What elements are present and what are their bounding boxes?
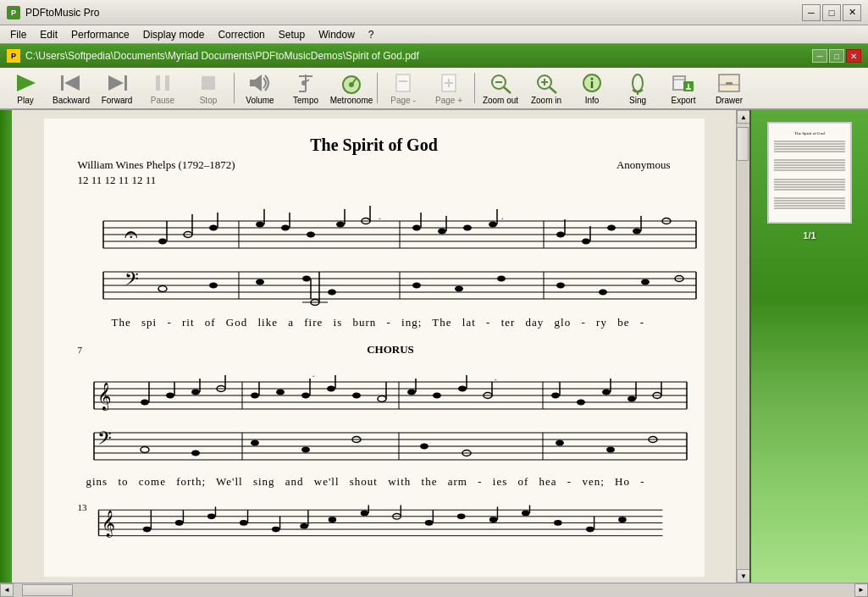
minimize-button[interactable]: ─ bbox=[802, 4, 821, 21]
inner-title-bar: P C:\Users\Softpedia\Documents\Myriad Do… bbox=[0, 44, 868, 68]
drawer-icon bbox=[716, 71, 743, 95]
pause-button[interactable]: Pause bbox=[141, 69, 185, 107]
svg-text:𝄞: 𝄞 bbox=[97, 382, 112, 412]
measure-number-7: 7 bbox=[78, 345, 83, 355]
forward-label: Forward bbox=[102, 96, 133, 105]
chorus-label: CHORUS bbox=[86, 343, 695, 357]
tempo-button[interactable]: Tempo bbox=[284, 69, 328, 107]
svg-point-97 bbox=[209, 283, 218, 289]
svg-text:.: . bbox=[312, 369, 315, 379]
svg-line-23 bbox=[504, 87, 511, 93]
volume-button[interactable]: Volume bbox=[238, 69, 282, 107]
svg-point-96 bbox=[158, 286, 167, 292]
svg-point-193 bbox=[240, 520, 248, 526]
stop-button[interactable]: Stop bbox=[186, 69, 230, 107]
inner-close-button[interactable]: ✕ bbox=[846, 49, 861, 63]
zoom-in-icon-area bbox=[533, 71, 560, 95]
svg-point-211 bbox=[554, 520, 562, 526]
page-prev-button[interactable]: Page - bbox=[381, 69, 425, 107]
info-icon bbox=[578, 71, 605, 95]
svg-point-79 bbox=[412, 225, 421, 231]
stop-icon-area bbox=[195, 71, 222, 95]
svg-point-71 bbox=[281, 225, 290, 231]
svg-point-105 bbox=[412, 283, 421, 289]
export-button[interactable]: Export bbox=[661, 69, 705, 107]
composer: William Wines Phelps (1792–1872) bbox=[78, 158, 235, 172]
menu-file[interactable]: File bbox=[3, 27, 33, 42]
scroll-thumb-v[interactable] bbox=[737, 127, 749, 161]
svg-point-91 bbox=[607, 225, 616, 231]
page-meter: 12 11 12 11 12 11 bbox=[78, 174, 671, 187]
left-border bbox=[0, 110, 12, 583]
toolbar-separator-2 bbox=[377, 73, 378, 103]
sing-icon bbox=[624, 71, 651, 95]
svg-point-163 bbox=[577, 400, 585, 406]
thumbnail-box[interactable]: The Spirit of God bbox=[767, 122, 852, 224]
svg-point-166 bbox=[628, 396, 636, 402]
page-next-button[interactable]: Page + bbox=[427, 69, 471, 107]
scroll-up-button[interactable]: ▲ bbox=[737, 110, 750, 124]
document-area[interactable]: The Spirit of God William Wines Phelps (… bbox=[12, 110, 736, 583]
measure-number-13: 13 bbox=[78, 502, 87, 512]
music-staff-1: 𝄐 . bbox=[78, 196, 671, 309]
backward-button[interactable]: Backward bbox=[49, 69, 93, 107]
drawer-button[interactable]: Drawer bbox=[707, 69, 751, 107]
inner-maximize-button[interactable]: □ bbox=[829, 49, 844, 63]
scroll-track-v[interactable] bbox=[737, 124, 749, 569]
zoom-out-button[interactable]: Zoom out bbox=[478, 69, 522, 107]
play-button[interactable]: Play bbox=[3, 69, 47, 107]
svg-point-144 bbox=[276, 390, 285, 395]
menu-window[interactable]: Window bbox=[312, 27, 362, 42]
export-icon-area bbox=[670, 71, 697, 95]
vertical-scrollbar[interactable]: ▲ ▼ bbox=[736, 110, 749, 583]
svg-point-81 bbox=[438, 229, 446, 235]
svg-rect-7 bbox=[202, 76, 215, 90]
svg-text:𝄢: 𝄢 bbox=[97, 428, 112, 453]
svg-point-89 bbox=[582, 239, 590, 245]
menu-help[interactable]: ? bbox=[362, 27, 381, 42]
svg-rect-215 bbox=[770, 124, 849, 221]
menu-setup[interactable]: Setup bbox=[272, 27, 312, 42]
svg-point-83 bbox=[463, 225, 472, 231]
pause-label: Pause bbox=[151, 96, 174, 105]
inner-minimize-button[interactable]: ─ bbox=[812, 49, 827, 63]
drawer-label: Drawer bbox=[716, 96, 743, 105]
forward-button[interactable]: Forward bbox=[95, 69, 139, 107]
page-indicator: 1/1 bbox=[803, 230, 815, 240]
svg-point-101 bbox=[328, 290, 336, 296]
svg-text:.: . bbox=[495, 373, 497, 382]
metronome-label: Metronome bbox=[330, 96, 373, 105]
svg-point-178 bbox=[606, 447, 615, 453]
scroll-thumb-h[interactable] bbox=[22, 584, 73, 596]
page-next-icon bbox=[435, 71, 462, 95]
svg-point-214 bbox=[618, 517, 627, 522]
maximize-button[interactable]: □ bbox=[822, 4, 841, 21]
metronome-button[interactable]: Metronome bbox=[329, 69, 373, 107]
zoom-out-label: Zoom out bbox=[483, 96, 518, 105]
svg-point-212 bbox=[586, 527, 594, 533]
scroll-left-button[interactable]: ◄ bbox=[0, 583, 14, 597]
svg-point-63 bbox=[158, 239, 167, 245]
svg-point-67 bbox=[209, 225, 218, 231]
menu-performance[interactable]: Performance bbox=[64, 27, 136, 42]
menu-edit[interactable]: Edit bbox=[33, 27, 64, 42]
sing-button[interactable]: Sing bbox=[616, 69, 660, 107]
metronome-icon bbox=[338, 71, 365, 95]
scroll-right-button[interactable]: ► bbox=[854, 583, 868, 597]
toolbar: Play Backward Forward Pause bbox=[0, 68, 868, 110]
close-button[interactable]: ✕ bbox=[843, 4, 861, 21]
music-notation-chorus: 𝄞 𝄢 bbox=[86, 358, 695, 468]
horizontal-scrollbar[interactable]: ◄ ► bbox=[0, 583, 868, 596]
scroll-track-h[interactable] bbox=[14, 583, 854, 597]
document-page: The Spirit of God William Wines Phelps (… bbox=[44, 119, 705, 577]
menu-correction[interactable]: Correction bbox=[211, 27, 271, 42]
menu-display-mode[interactable]: Display mode bbox=[136, 27, 212, 42]
page-prev-icon bbox=[390, 71, 417, 95]
stop-label: Stop bbox=[200, 96, 218, 105]
svg-point-92 bbox=[633, 229, 641, 235]
page-prev-label: Page - bbox=[390, 96, 415, 105]
scroll-down-button[interactable]: ▼ bbox=[737, 569, 750, 583]
zoom-in-button[interactable]: Zoom in bbox=[524, 69, 568, 107]
info-button[interactable]: Info bbox=[570, 69, 614, 107]
tempo-icon bbox=[292, 71, 319, 95]
